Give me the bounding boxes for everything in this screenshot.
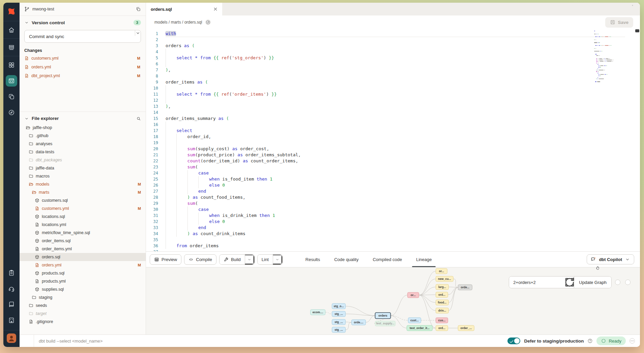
code-line-29[interactable]: 29sum( <box>146 200 640 206</box>
code-line-11[interactable]: 11select * from {{ ref('order_items') }} <box>146 91 640 97</box>
build-button[interactable]: Build <box>219 255 245 264</box>
code-line-28[interactable]: 28) as count_food_items, <box>146 194 640 200</box>
changed-file-dbt_project.yml[interactable]: dbt_project.ymlM <box>24 72 141 79</box>
code-line-19[interactable]: 19 <box>146 140 640 146</box>
code-line-33[interactable]: 33end <box>146 225 640 231</box>
user-avatar[interactable] <box>7 333 16 343</box>
tree-item-products.yml[interactable]: products.yml <box>20 277 146 285</box>
build-options-chevron[interactable] <box>245 255 254 264</box>
changed-file-customers.yml[interactable]: customers.ymlM <box>24 55 141 62</box>
code-line-9[interactable]: 9order_items as ( <box>146 79 640 85</box>
tree-item-dbt-packages[interactable]: dbt_packages <box>20 156 146 164</box>
tree-item-supplies.sql[interactable]: supplies.sql <box>20 285 146 293</box>
tree-item-target[interactable]: target <box>20 310 146 318</box>
code-line-36[interactable]: 36from order_items <box>146 243 640 249</box>
code-line-20[interactable]: 20sum(supply_cost) as order_cost, <box>146 146 640 152</box>
rail-item-dashboards[interactable] <box>3 57 20 73</box>
tree-item-analyses[interactable]: analyses <box>20 140 146 148</box>
tab-orders-sql[interactable]: orders.sql <box>146 3 222 15</box>
search-icon[interactable] <box>136 116 141 121</box>
code-line-14[interactable]: 14 <box>146 109 640 116</box>
code-line-5[interactable]: 5select * from {{ ref('stg_orders') }} <box>146 55 640 61</box>
code-line-18[interactable]: 18order_id, <box>146 134 640 140</box>
code-line-17[interactable]: 17select <box>146 128 640 134</box>
tree-item-locations.sql[interactable]: locations.sql <box>20 213 146 221</box>
commit-options-chevron[interactable] <box>135 30 141 36</box>
tree-item-models[interactable]: modelsM <box>20 180 146 188</box>
new-tab-button[interactable] <box>630 3 635 8</box>
code-line-25[interactable]: 25when is_food_item then 1 <box>146 176 640 182</box>
chevron-down-icon[interactable] <box>24 116 29 121</box>
rail-item-orchestration[interactable] <box>3 89 20 104</box>
tree-item-products.sql[interactable]: products.sql <box>20 269 146 277</box>
tree-item-macros[interactable]: macros <box>20 172 146 180</box>
rail-item-develop[interactable] <box>3 73 20 89</box>
code-line-22[interactable]: 22count(order_item_id) as count_order_it… <box>146 158 640 164</box>
more-options-button[interactable] <box>630 338 635 344</box>
code-editor[interactable]: 1with23orders as (45select * from {{ ref… <box>146 29 640 251</box>
code-line-7[interactable]: 7), <box>146 67 640 73</box>
tree-item-locations.yml[interactable]: locations.yml <box>20 221 146 229</box>
code-line-30[interactable]: 30case <box>146 206 640 213</box>
code-line-10[interactable]: 10 <box>146 85 640 91</box>
code-line-31[interactable]: 31when is_drink_item then 1 <box>146 213 640 219</box>
tree-item-data-tests[interactable]: data-tests <box>20 148 146 156</box>
tree-item-metricflow-time-spine.sql[interactable]: metricflow_time_spine.sql <box>20 229 146 237</box>
code-line-24[interactable]: 24case <box>146 170 640 176</box>
tab-lineage[interactable]: Lineage <box>414 252 434 267</box>
code-line-6[interactable]: 6 <box>146 61 640 67</box>
rail-item-documentation[interactable] <box>3 296 20 312</box>
rail-item-home[interactable] <box>3 22 20 38</box>
copy-branch-icon[interactable] <box>136 6 141 12</box>
rail-item-changelog[interactable] <box>3 265 20 281</box>
code-line-16[interactable]: 16 <box>146 122 640 128</box>
changed-file-orders.yml[interactable]: orders.ymlM <box>24 64 141 70</box>
lint-button[interactable]: Lint <box>258 255 273 264</box>
code-line-12[interactable]: 12 <box>146 97 640 103</box>
rail-item-deploy[interactable] <box>3 39 20 55</box>
code-line-3[interactable]: 3orders as ( <box>146 43 640 49</box>
tree-item-customers.sql[interactable]: customers.sql <box>20 196 146 204</box>
chevron-down-icon[interactable] <box>24 20 29 25</box>
defer-toggle[interactable] <box>507 338 520 344</box>
code-line-35[interactable]: 35 <box>146 237 640 243</box>
tree-item-order-items.yml[interactable]: order_items.yml <box>20 245 146 253</box>
editor-scrollbar[interactable] <box>635 29 639 32</box>
help-icon[interactable] <box>587 338 593 344</box>
code-line-8[interactable]: 8 <box>146 73 640 79</box>
code-line-32[interactable]: 32else 0 <box>146 219 640 225</box>
refresh-graph-button[interactable] <box>625 280 631 285</box>
editor-minimap[interactable] <box>594 30 620 84</box>
code-line-1[interactable]: 1with <box>146 31 640 37</box>
tree-item-seeds[interactable]: seeds <box>20 301 146 310</box>
tab-results[interactable]: Results <box>303 252 322 267</box>
tree-item-.gitignore[interactable]: .gitignore <box>20 318 146 326</box>
tree-item-jaffle-shop[interactable]: jaffle-shop <box>20 124 146 132</box>
rail-item-user-avatar[interactable] <box>3 330 20 346</box>
lineage-panel[interactable]: ecom....stg_o...stg_...stg_...stg_...ord… <box>146 267 640 334</box>
code-line-23[interactable]: 23sum( <box>146 164 640 170</box>
open-in-lineage-button[interactable] <box>205 20 211 25</box>
tree-item-marts[interactable]: martsM <box>20 188 146 196</box>
rail-item-support[interactable] <box>3 281 20 296</box>
tree-item-order-items.sql[interactable]: order_items.sql <box>20 237 146 245</box>
code-line-37[interactable]: 37 <box>146 249 640 251</box>
rail-item-feedback[interactable] <box>3 312 20 328</box>
expand-command-bar-button[interactable] <box>26 338 32 344</box>
tree-item-orders.yml[interactable]: orders.ymlM <box>20 261 146 269</box>
code-line-21[interactable]: 21sum(product_price) as order_items_subt… <box>146 152 640 158</box>
code-line-15[interactable]: 15order_items_summary as ( <box>146 116 640 122</box>
lint-options-chevron[interactable] <box>273 255 282 264</box>
command-input[interactable] <box>34 338 507 344</box>
rail-item-explore[interactable] <box>3 104 20 120</box>
code-line-2[interactable]: 2 <box>146 37 640 43</box>
code-line-27[interactable]: 27end <box>146 188 640 194</box>
code-line-34[interactable]: 34) as count_drink_items <box>146 231 640 237</box>
tab-code-quality[interactable]: Code quality <box>332 252 360 267</box>
compile-button[interactable]: Compile <box>184 254 216 265</box>
tree-item-orders.sql[interactable]: orders.sql <box>20 253 146 261</box>
tree-item-.github[interactable]: .github <box>20 132 146 140</box>
tree-item-jaffle-data[interactable]: jaffle-data <box>20 164 146 172</box>
save-button[interactable]: Save <box>605 17 633 28</box>
tree-item-customers.yml[interactable]: customers.ymlM <box>20 204 146 213</box>
